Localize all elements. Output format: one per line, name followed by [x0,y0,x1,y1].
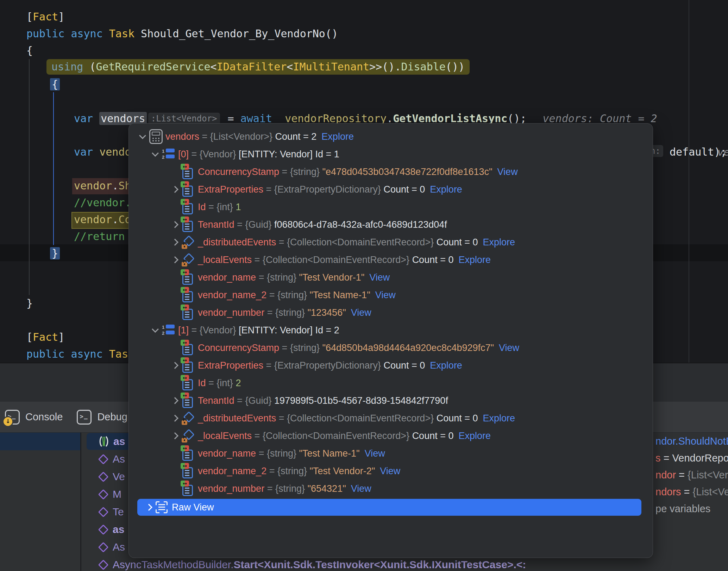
variable-row-ExtraProperties[interactable]: ↔ExtraProperties = {ExtraPropertyDiction… [129,357,653,374]
matched-brace-guide [53,92,54,245]
code-line-vendorco: vendor.Co [74,211,131,228]
variable-value: Count = 0 [412,255,454,265]
variable-name: vendor_name [198,448,256,459]
expand-chevron-icon[interactable] [152,150,159,157]
view-link[interactable]: View [499,343,519,353]
variable-row-Id[interactable]: ↔Id = {int} 1 [129,198,653,216]
view-link[interactable]: View [351,483,371,494]
explore-link[interactable]: Explore [430,184,462,195]
expand-chevron-icon[interactable] [152,326,159,333]
frame-label: AsyncTaskMethodBuilder. [113,559,234,571]
variable-type: {string} [277,466,310,477]
variable-name: vendor_name [198,272,256,283]
variable-row-ConcurrencyStamp[interactable]: ↔ConcurrencyStamp = {string} "e478d0453b… [129,163,653,181]
expand-chevron-icon[interactable] [171,397,178,404]
frame-label: as [113,523,124,535]
variable-fragment-row: ndor.ShouldNotB [655,433,728,450]
variable-row-[1][interactable]: 12[1] = {Vendor} [ENTITY: Vendor] Id = 2 [129,321,653,339]
indent-guide [29,59,30,295]
variable-value: 2 [236,378,241,389]
stack-frame-row[interactable]: AsyncTaskMethodBuilder.Start<Xunit.Sdk.T… [82,556,728,571]
variable-name: ConcurrencyStamp [198,167,279,177]
expand-chevron-icon[interactable] [171,186,178,193]
variable-row-vendor_number[interactable]: ↔vendor_number = {string} "123456"View [129,304,653,321]
view-link[interactable]: View [375,290,396,301]
explore-link[interactable]: Explore [458,431,491,441]
lock-badge-icon [182,244,187,249]
variable-value: Count = 0 [384,360,425,371]
variable-row-vendor_name_2[interactable]: ↔vendor_name_2 = {string} "Test Vendor-2… [129,462,653,480]
variable-name: TenantId [198,395,234,406]
explore-link[interactable]: Explore [458,255,491,265]
frame-label: Ve [113,471,125,483]
async-frame-icon [98,489,109,500]
lock-badge-icon [182,420,187,425]
frame-label: Start<Xunit.Sdk.TestInvoker<Xunit.Sdk.IX… [234,559,526,571]
variable-row-_distributedEvents[interactable]: _distributedEvents = {Collection<DomainE… [129,409,653,427]
variable-name: vendor_number [198,483,264,494]
code-line-close1: } [26,295,33,312]
variable-row-vendor_name[interactable]: ↔vendor_name = {string} "Test Name-1"Vie… [129,445,653,462]
variable-value: [ENTITY: Vendor] Id = 1 [239,149,339,160]
variable-fragment-row: pe variables [655,500,728,517]
tab-console[interactable]: ↓Console [5,402,72,432]
expand-chevron-icon[interactable] [171,415,178,422]
raw-view-row[interactable]: Raw View [137,499,641,516]
expand-chevron-icon[interactable] [171,239,178,246]
tab-debug[interactable]: Debug [77,402,136,432]
variable-row-TenantId[interactable]: ↔TenantId = {Guid} 197989f5-01b5-4567-8d… [129,392,653,409]
variable-type: {Collection<DomainEventRecord>} [287,237,437,248]
variable-type: {Guid} [245,395,274,406]
frame-label: As [113,453,125,465]
variable-value: Count = 2 [275,131,317,142]
code-line-comment2: //return [74,228,125,245]
variable-row-[0][interactable]: 12[0] = {Vendor} [ENTITY: Vendor] Id = 1 [129,145,653,163]
variable-type: {Guid} [245,219,274,230]
frame-label: As [113,541,125,553]
view-link[interactable]: View [369,272,390,283]
expand-chevron-icon[interactable] [145,504,152,511]
variable-type: {string} [290,167,322,177]
selected-thread-band[interactable] [0,433,80,450]
tab-label: Debug [97,411,127,423]
expand-chevron-icon[interactable] [171,256,178,263]
variable-row-ExtraProperties[interactable]: ↔ExtraProperties = {ExtraPropertyDiction… [129,181,653,198]
variable-row-vendors[interactable]: vendors = {List<Vendor>} Count = 2Explor… [129,128,653,145]
code-line-using: using (GetRequiredService<IDataFilter<IM… [46,59,470,75]
expand-chevron-icon[interactable] [171,221,178,228]
explore-link[interactable]: Explore [321,131,354,142]
variable-value: 1 [236,202,241,213]
view-link[interactable]: View [497,167,518,177]
variable-row-Id[interactable]: ↔Id = {int} 2 [129,374,653,392]
ide-window: [Fact]public async Task Should_Get_Vendo… [0,0,728,571]
variable-value: "e478d0453b0347438e722f0df8e1613c" [322,167,492,177]
code-line-sig2: public async Task [26,346,134,363]
expand-chevron-icon[interactable] [171,432,178,439]
property-icon: ↔ [182,165,194,179]
tab-label: Console [25,411,63,423]
explore-link[interactable]: Explore [430,360,462,371]
variable-name: _distributedEvents [198,413,276,424]
expand-chevron-icon[interactable] [139,132,146,139]
variable-row-_localEvents[interactable]: _localEvents = {Collection<DomainEventRe… [129,427,653,445]
variable-name: Id [198,378,206,389]
view-link[interactable]: View [380,466,400,477]
property-icon: ↔ [182,218,194,232]
expand-chevron-icon[interactable] [171,362,178,369]
variable-row-ConcurrencyStamp[interactable]: ↔ConcurrencyStamp = {string} "64d850b4a9… [129,339,653,357]
explore-link[interactable]: Explore [483,413,515,424]
variable-value: "Test Name-1" [310,290,370,301]
variable-row-vendor_name_2[interactable]: ↔vendor_name_2 = {string} "Test Name-1"V… [129,286,653,304]
property-icon: ↔ [182,482,194,496]
code-line-sig1: public async Task Should_Get_Vendor_By_V… [26,25,338,42]
view-link[interactable]: View [351,307,371,318]
explore-link[interactable]: Explore [483,237,515,248]
variable-row-TenantId[interactable]: ↔TenantId = {Guid} f06806c4-d7a8-432a-af… [129,216,653,233]
variable-row-_localEvents[interactable]: _localEvents = {Collection<DomainEventRe… [129,251,653,269]
variable-name: Id [198,202,206,213]
variable-row-vendor_name[interactable]: ↔vendor_name = {string} "Test Vendor-1"V… [129,269,653,286]
property-icon: ↔ [182,270,194,284]
view-link[interactable]: View [365,448,385,459]
variable-row-vendor_number[interactable]: ↔vendor_number = {string} "654321"View [129,480,653,497]
variable-row-_distributedEvents[interactable]: _distributedEvents = {Collection<DomainE… [129,233,653,251]
